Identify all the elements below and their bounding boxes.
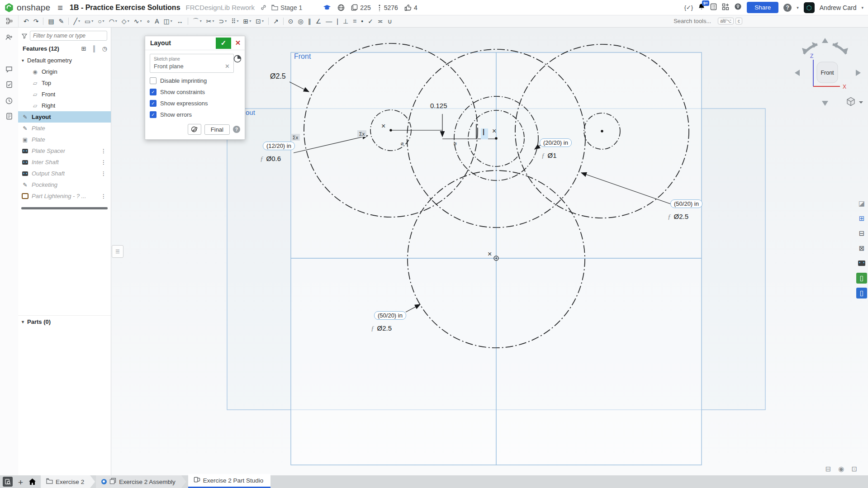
- checkbox-box-icon[interactable]: ✓: [150, 77, 157, 84]
- public-globe-icon[interactable]: [337, 4, 345, 11]
- fullscreen-icon[interactable]: ⊡: [851, 465, 857, 473]
- insert-folder-icon[interactable]: ⊞: [81, 45, 86, 52]
- copy-link-icon[interactable]: [260, 4, 267, 11]
- checkbox-show-errors[interactable]: ✓Show errors: [150, 111, 240, 118]
- onshape-logo[interactable]: onshape: [4, 3, 50, 13]
- checkbox-show-constraints[interactable]: ✓Show constraints: [150, 89, 240, 95]
- follow-mode-icon[interactable]: [0, 32, 18, 43]
- dimension-value[interactable]: ƒØ2.5: [371, 324, 392, 332]
- dimension-value[interactable]: ƒØ2.5: [668, 213, 688, 221]
- dropdown-caret-icon[interactable]: ▾: [171, 19, 172, 23]
- dropdown-caret-icon[interactable]: ▾: [225, 19, 227, 23]
- comments-icon[interactable]: [0, 63, 18, 75]
- constraint-glyph-vbar[interactable]: |: [483, 128, 484, 135]
- dropdown-caret-icon[interactable]: ▾: [128, 19, 129, 23]
- constraint-glyph-dia[interactable]: ⌀: [454, 141, 457, 146]
- dropdown-caret-icon[interactable]: ▾: [200, 19, 202, 23]
- slot-icon[interactable]: ◫▾: [161, 15, 175, 27]
- search-tools[interactable]: alt/⌥ c: [673, 17, 742, 25]
- expression-badge[interactable]: (50/20) in: [374, 311, 406, 320]
- filter-icon[interactable]: [22, 33, 27, 39]
- share-button[interactable]: Share: [747, 2, 778, 13]
- parts-section-header[interactable]: ▾ Parts (0): [18, 315, 111, 327]
- home-tab-icon[interactable]: [28, 478, 36, 487]
- dropdown-caret-icon[interactable]: ▾: [140, 19, 142, 23]
- center-point-right[interactable]: [601, 130, 603, 132]
- cancel-button[interactable]: ✕: [231, 39, 245, 47]
- accept-button[interactable]: ✓: [216, 38, 231, 49]
- constraint-glyph-dia[interactable]: ⌀: [401, 141, 404, 146]
- rotate-left-arrow-icon[interactable]: [795, 70, 800, 76]
- constraint-glyph-x[interactable]: ×: [492, 127, 496, 135]
- tab-exercise-2[interactable]: Exercise 2: [41, 475, 95, 488]
- configured-feature-icon[interactable]: ⋮: [101, 148, 106, 154]
- linear-pattern-icon[interactable]: ⠿▾: [229, 15, 241, 27]
- feature-state-clock-icon[interactable]: [233, 55, 242, 64]
- offset-icon[interactable]: ⊃▾: [217, 15, 229, 27]
- feature-row-inter-shaft[interactable]: Inter Shaft⋮: [18, 156, 111, 168]
- center-point-center[interactable]: [495, 137, 497, 139]
- search-tools-input[interactable]: [673, 17, 716, 25]
- feature-row-top[interactable]: ▱Top: [18, 77, 111, 89]
- dropdown-caret-icon[interactable]: ▾: [213, 19, 214, 23]
- curvature-constraint-icon[interactable]: ∪: [385, 15, 394, 27]
- feature-row-plate[interactable]: ✎Plate: [18, 123, 111, 134]
- spline-icon[interactable]: ∿▾: [132, 15, 144, 27]
- tangent-constraint-icon[interactable]: ∠: [313, 15, 324, 27]
- sketch-plane-field[interactable]: Sketch plane Front plane ✕: [150, 54, 234, 73]
- new-tab-button[interactable]: +: [18, 478, 23, 487]
- feature-timing-icon[interactable]: ◷: [102, 45, 107, 52]
- dropdown-caret-icon[interactable]: ▾: [237, 19, 239, 23]
- isometric-cube-icon[interactable]: [847, 98, 854, 106]
- dropdown-caret-icon[interactable]: ▾: [103, 19, 104, 23]
- configuration-table-icon[interactable]: ⊠: [856, 243, 867, 254]
- feature-row-front[interactable]: ▱Front: [18, 89, 111, 100]
- likes-count[interactable]: 4: [404, 4, 417, 11]
- sheet-metal-icon[interactable]: ▤: [46, 15, 56, 27]
- user-avatar[interactable]: ⬡: [804, 2, 815, 13]
- dropdown-caret-icon[interactable]: ▾: [115, 19, 117, 23]
- polygon-icon[interactable]: ◇▾: [119, 15, 132, 27]
- dropdown-caret-icon[interactable]: ▾: [91, 19, 93, 23]
- feature-filter-input[interactable]: [30, 31, 107, 41]
- dropdown-caret-icon[interactable]: ▾: [262, 19, 264, 23]
- learning-center-icon[interactable]: [734, 3, 742, 12]
- vertical-constraint-icon[interactable]: |: [334, 15, 341, 27]
- checkbox-box-icon[interactable]: ✓: [150, 100, 157, 107]
- sketch-view-button[interactable]: [188, 124, 201, 135]
- ai-advisor-icon[interactable]: [856, 258, 867, 269]
- dimension-icon[interactable]: ↔: [175, 15, 185, 27]
- group-caret-icon[interactable]: ▾: [22, 58, 24, 63]
- normal-constraint-icon[interactable]: ✓: [365, 15, 375, 27]
- help-caret-icon[interactable]: ▾: [797, 5, 799, 10]
- dialog-help-icon[interactable]: ?: [233, 126, 240, 133]
- sketch-name-label-clipped[interactable]: out: [246, 109, 255, 116]
- configured-feature-icon[interactable]: ⋮: [101, 159, 106, 166]
- document-outline-icon[interactable]: [0, 15, 19, 27]
- notifications-bell-icon[interactable]: 9+: [698, 3, 705, 12]
- tab-exercise-2-assembly[interactable]: Exercise 2 Assembly: [96, 475, 186, 488]
- rotate-up-arrow-icon[interactable]: [822, 38, 828, 43]
- view-menu-caret-icon[interactable]: [859, 101, 863, 104]
- rectangle-icon[interactable]: ▭▾: [82, 15, 95, 27]
- redo-icon[interactable]: ↷: [31, 15, 41, 27]
- trim-icon[interactable]: ✂▾: [204, 15, 217, 27]
- circle-icon[interactable]: ○▾: [95, 15, 106, 27]
- bom-table-icon[interactable]: ⊞: [856, 213, 867, 224]
- tab-exercise-2-part-studio[interactable]: Exercise 2 Part Studio: [188, 474, 271, 488]
- copies-count[interactable]: 225: [351, 4, 370, 11]
- rotate-right-arrow-icon[interactable]: [856, 70, 861, 76]
- coincident-constraint-icon[interactable]: ⊙: [286, 15, 296, 27]
- expression-badge[interactable]: (20/20) in: [540, 138, 572, 147]
- constraint-glyph-sig[interactable]: Σx: [359, 131, 365, 137]
- insert-dxf-icon[interactable]: ⊡▾: [253, 15, 266, 27]
- history-icon[interactable]: [0, 95, 18, 107]
- user-name[interactable]: Andrew Card: [820, 4, 857, 11]
- constraint-glyph-x[interactable]: ×: [381, 122, 385, 130]
- final-button[interactable]: Final: [204, 124, 230, 135]
- circular-pattern-icon[interactable]: ⊞▾: [241, 15, 254, 27]
- users-count[interactable]: 5276: [377, 4, 398, 11]
- release-tasks-icon[interactable]: [710, 3, 717, 12]
- concentric-constraint-icon[interactable]: ◎: [296, 15, 306, 27]
- constraint-glyph-sig[interactable]: Σx: [293, 135, 299, 140]
